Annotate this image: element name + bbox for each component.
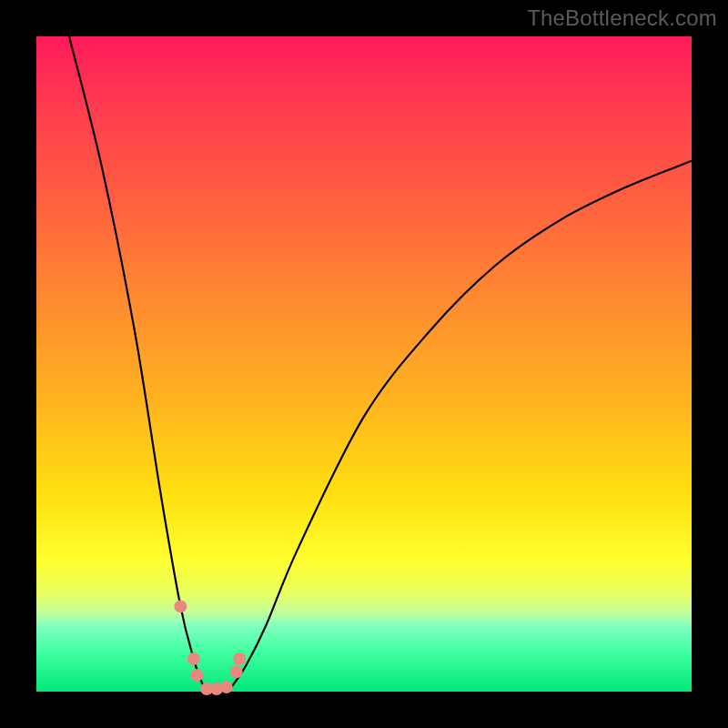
curve-marker bbox=[190, 669, 203, 682]
bottleneck-curve bbox=[69, 36, 692, 693]
curve-svg bbox=[36, 36, 692, 692]
curve-marker bbox=[174, 600, 187, 612]
curve-marker bbox=[233, 652, 246, 665]
curve-marker bbox=[230, 665, 243, 678]
plot-area bbox=[36, 36, 692, 692]
curve-marker bbox=[187, 652, 200, 665]
chart-stage: TheBottleneck.com bbox=[0, 0, 728, 728]
watermark-text: TheBottleneck.com bbox=[527, 5, 717, 31]
curve-marker bbox=[220, 681, 233, 693]
